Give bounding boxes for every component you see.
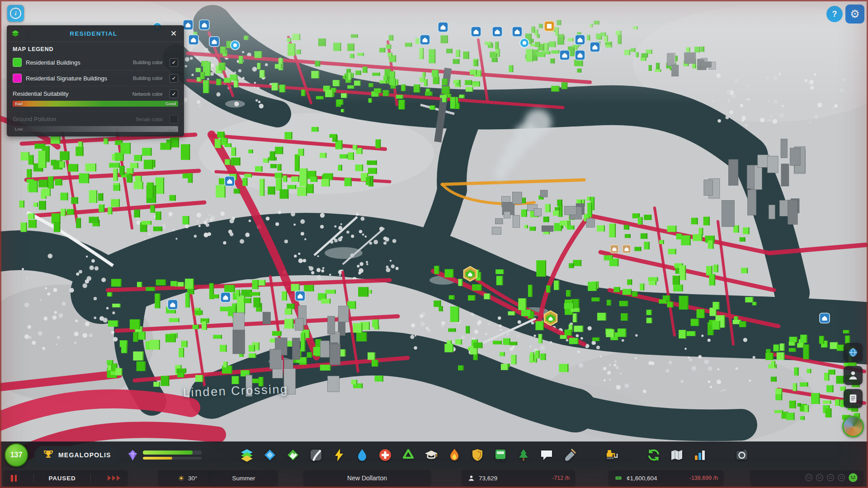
milestone-button[interactable]: MEGALOPOLIS <box>34 446 119 464</box>
fast-forward-button[interactable] <box>106 474 122 483</box>
milestone-gem-icon <box>127 449 139 461</box>
xp-level-badge[interactable]: 137 <box>5 443 28 467</box>
map-marker-building[interactable] <box>168 300 178 310</box>
map-marker-building[interactable] <box>560 50 570 60</box>
map-marker-building[interactable] <box>575 35 585 45</box>
info-button[interactable]: i <box>7 5 24 22</box>
map-marker-service[interactable] <box>231 41 240 50</box>
residential-buildings-swatch <box>13 58 22 67</box>
tool-zoning[interactable] <box>237 445 257 465</box>
simulation-controls: PAUSED <box>4 470 127 486</box>
tool-statistics[interactable] <box>690 445 710 465</box>
map-marker-building[interactable] <box>199 20 209 30</box>
help-icon: ? <box>832 9 837 19</box>
tool-transportation[interactable] <box>491 445 510 465</box>
money-value: ¢1,600,604 <box>627 475 657 482</box>
happiness-face-neutral <box>826 474 835 483</box>
map-marker-building[interactable] <box>820 313 830 323</box>
map-marker-building[interactable] <box>471 27 481 37</box>
map-marker-building[interactable] <box>209 37 219 47</box>
map-marker-building[interactable] <box>590 42 600 52</box>
residential-icon <box>11 30 19 37</box>
side-button-stack <box>842 343 864 437</box>
sim-state-label: PAUSED <box>48 475 75 482</box>
money-widget[interactable]: ¢1,600,604 -138,699 /h <box>609 470 723 486</box>
map-marker-alert[interactable] <box>544 21 554 31</box>
tool-roads[interactable] <box>306 445 326 465</box>
map-marker-building[interactable] <box>225 176 235 186</box>
side-button-journal[interactable] <box>844 389 863 408</box>
legend-row-residential-buildings: Residential Buildings Building color ✓ <box>7 55 184 70</box>
ground-pollution-checkbox[interactable] <box>170 115 178 123</box>
signature-buildings-checkbox[interactable]: ✓ <box>170 74 178 83</box>
infoview-panel-header: RESIDENTIAL ✕ <box>7 25 184 42</box>
tool-economy[interactable] <box>644 445 664 465</box>
tool-water-sewage[interactable] <box>352 445 372 465</box>
tool-garbage[interactable] <box>398 445 418 465</box>
city-name-widget[interactable]: New Dollarton <box>304 470 430 486</box>
tool-signature-areas[interactable] <box>260 445 280 465</box>
pause-button[interactable] <box>9 473 19 483</box>
tool-parks-recreation[interactable] <box>514 445 533 465</box>
tool-electricity[interactable] <box>329 445 349 465</box>
tool-communications[interactable] <box>537 445 557 465</box>
tool-bulldozer[interactable] <box>602 445 622 465</box>
map-marker-building[interactable] <box>438 22 448 32</box>
population-icon <box>467 474 475 482</box>
map-marker-building[interactable] <box>492 27 502 37</box>
happiness-face-sad <box>805 474 813 483</box>
population-value: 73,629 <box>479 475 497 482</box>
legend-row-signature-buildings: Residential Signature Buildings Building… <box>7 70 184 86</box>
map-marker-building[interactable] <box>221 292 231 302</box>
map-marker-building[interactable] <box>512 27 522 37</box>
sun-icon: ☀ <box>178 474 184 483</box>
map-marker-building[interactable] <box>189 35 198 45</box>
milestone-progress-primary <box>143 450 202 455</box>
map-marker-building[interactable] <box>420 35 430 45</box>
main-toolbar: 137 MEGALOPOLIS <box>0 441 868 468</box>
map-marker-signature[interactable] <box>544 311 557 325</box>
map-marker-building[interactable] <box>183 20 193 30</box>
panel-title: RESIDENTIAL <box>19 30 168 37</box>
population-widget[interactable]: 73,629 -712 /h <box>462 470 575 486</box>
settings-button[interactable]: ⚙ <box>845 5 864 23</box>
toolbar-tools <box>237 445 752 465</box>
money-icon <box>614 474 623 482</box>
gear-icon: ⚙ <box>850 8 860 20</box>
temperature-value: 30° <box>188 475 197 482</box>
infoview-panel: RESIDENTIAL ✕ MAP LEGEND Residential Bui… <box>7 25 184 136</box>
map-marker-building[interactable] <box>295 291 305 301</box>
tool-info-views[interactable] <box>667 445 687 465</box>
city-name: New Dollarton <box>347 474 387 482</box>
progress-bars <box>143 450 202 460</box>
side-button-map-options[interactable] <box>844 343 863 362</box>
map-marker-service[interactable] <box>520 38 529 47</box>
temperature-widget[interactable]: ☀ 30° <box>158 470 217 486</box>
side-button-citizens[interactable] <box>844 366 863 385</box>
tool-terrain[interactable] <box>283 445 303 465</box>
tool-photo-mode[interactable] <box>732 445 752 465</box>
tool-fire-rescue[interactable] <box>444 445 464 465</box>
map-marker-landmark[interactable] <box>610 245 618 253</box>
map-marker-landmark[interactable] <box>623 245 631 253</box>
side-button-progression[interactable] <box>842 416 864 437</box>
residential-buildings-checkbox[interactable]: ✓ <box>170 58 178 67</box>
suitability-gradient: Bad Good <box>13 101 178 107</box>
trophy-icon <box>42 449 54 461</box>
season-widget[interactable]: Summer <box>210 470 278 486</box>
milestone-progress[interactable] <box>127 449 202 461</box>
happiness-face-happy <box>848 473 858 484</box>
legend-row-ground-pollution: Ground Pollution Terrain color Low High <box>7 111 184 136</box>
tool-landscaping[interactable] <box>560 445 580 465</box>
map-marker-building[interactable] <box>575 50 585 60</box>
tool-police[interactable] <box>467 445 487 465</box>
tool-healthcare[interactable] <box>375 445 395 465</box>
close-button[interactable]: ✕ <box>168 28 179 39</box>
happiness-widget[interactable] <box>750 470 863 486</box>
map-marker-signature[interactable] <box>464 267 476 281</box>
money-rate: -138,699 /h <box>689 475 718 481</box>
help-button[interactable]: ? <box>826 6 843 22</box>
tool-education[interactable] <box>421 445 441 465</box>
happiness-face-neutral <box>837 474 845 483</box>
suitability-checkbox[interactable]: ✓ <box>170 89 178 98</box>
